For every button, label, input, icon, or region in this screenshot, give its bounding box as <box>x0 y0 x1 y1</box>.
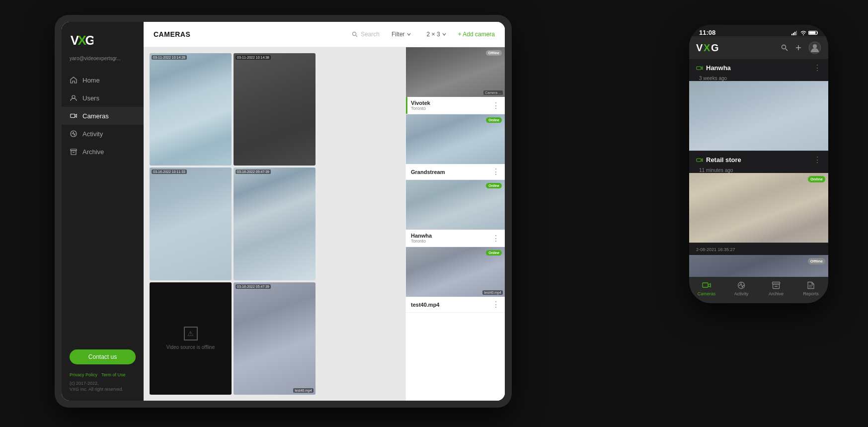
cam-list-name-vivotek: Vivotek <box>411 100 430 106</box>
activity-icon <box>70 130 78 138</box>
status-badge-hanwha: Online <box>486 183 502 188</box>
camera-timestamp-4: 03-16-2022 05:47:39 <box>236 170 271 174</box>
phone-cam-item-offline[interactable]: 2-08-2021 16:35:27 ⋮ Offline <box>689 243 828 277</box>
phone-avatar[interactable] <box>808 41 821 54</box>
phone-bottom-nav: Cameras Activity <box>689 277 828 303</box>
copyright-text: (c) 2017-2022, VXG Inc. All right reserv… <box>70 380 136 393</box>
sidebar-footer: Privacy Policy Term of Use (c) 2017-2022… <box>62 372 144 393</box>
sidebar-nav: Home Users <box>62 71 144 342</box>
terms-link[interactable]: Term of Use <box>101 372 126 377</box>
phone-cam-thumb-offline[interactable]: Offline <box>689 255 828 277</box>
svg-point-9 <box>352 32 356 36</box>
camera-list-item-hanwha[interactable]: Online Hanwha Toronto ⋮ <box>406 180 505 247</box>
phone-nav-archive[interactable]: Archive <box>759 281 793 296</box>
camera-timestamp-6: 03-16-2022 05:47:39 <box>236 284 271 289</box>
sidebar-item-users[interactable]: Users <box>62 89 144 107</box>
phone-cam-item-hanwha[interactable]: Hanwha ⋮ 3 weeks ago <box>689 59 828 151</box>
phone-status-bar: 11:08 <box>689 25 828 36</box>
svg-rect-17 <box>809 31 816 34</box>
offline-warning-icon: ⚠ <box>184 327 198 341</box>
phone-cam-icon-hanwha <box>696 65 703 72</box>
phone-nav-reports-label: Reports <box>803 291 819 296</box>
camera-cell-offline[interactable]: ⚠ Video source is offline <box>150 282 232 395</box>
search-bar[interactable]: Search <box>352 31 380 38</box>
chevron-down-icon <box>407 32 411 36</box>
svg-rect-27 <box>703 283 708 287</box>
page-title: CAMERAS <box>154 30 344 38</box>
svg-line-22 <box>786 49 788 51</box>
phone-cam-thumb-retail[interactable]: Online <box>689 173 828 243</box>
phone-content: Hanwha ⋮ 3 weeks ago Retail store <box>689 59 828 277</box>
grid-selector-button[interactable]: 2 × 3 <box>423 29 450 40</box>
phone-cam-item-retail[interactable]: Retail store ⋮ 11 minutes ago Online <box>689 151 828 243</box>
camera-list-item-test40[interactable]: Online test40.mp4 test40.mp4 ⋮ <box>406 247 505 313</box>
camera-timestamp-1: 03-11-2022 10:14:28 <box>152 55 187 60</box>
contact-us-button[interactable]: Contact us <box>70 349 136 364</box>
sidebar-item-archive-label: Archive <box>82 148 104 156</box>
phone-more-retail[interactable]: ⋮ <box>813 155 821 165</box>
camera-cell-1[interactable]: 03-11-2022 10:14:28 <box>150 53 232 166</box>
camera-label-6: test40.mp4 <box>293 388 314 393</box>
phone-cam-time-retail: 11 minutes ago <box>689 168 828 173</box>
phone-nav-activity[interactable]: Activity <box>724 281 759 296</box>
svg-text:G: G <box>711 42 719 53</box>
camera-cell-4[interactable]: 03-16-2022 05:47:39 <box>234 168 316 280</box>
phone-nav-cameras-icon <box>702 281 711 290</box>
phone-cam-name-retail: Retail store <box>706 156 741 164</box>
phone-status-icons <box>791 30 818 35</box>
sidebar-item-activity-label: Activity <box>82 130 103 138</box>
more-options-hanwha[interactable]: ⋮ <box>492 234 500 243</box>
sidebar-item-activity[interactable]: Activity <box>62 125 144 143</box>
camera-list: Offline Camera ... Vivotek Toronto ⋮ <box>405 47 505 401</box>
sidebar-item-cameras-label: Cameras <box>82 112 109 120</box>
phone-cam-header-hanwha: Hanwha ⋮ <box>689 59 828 76</box>
home-icon <box>70 76 78 84</box>
camera-grid: 03-11-2022 10:14:28 03-11-2022 10:14:38 … <box>144 47 405 401</box>
phone-vxg-logo-icon: V X G <box>696 42 722 54</box>
cameras-icon <box>70 112 78 120</box>
sidebar-item-cameras[interactable]: Cameras <box>62 107 144 125</box>
camera-cell-6[interactable]: 03-16-2022 05:47:39 test40.mp4 <box>234 282 316 395</box>
privacy-policy-link[interactable]: Privacy Policy <box>70 372 97 377</box>
filter-button[interactable]: Filter <box>388 29 415 40</box>
sidebar-item-home-label: Home <box>82 77 100 84</box>
main-content: CAMERAS Search Filter <box>144 22 505 401</box>
phone-add-icon[interactable] <box>794 44 802 52</box>
users-icon <box>70 94 78 102</box>
phone-nav-archive-icon <box>772 281 781 290</box>
phone-nav-cameras[interactable]: Cameras <box>689 281 724 296</box>
archive-icon <box>70 148 78 156</box>
cam-list-name-grandstream: Grandstream <box>411 169 445 175</box>
svg-rect-13 <box>794 32 795 35</box>
phone-nav-archive-label: Archive <box>769 291 784 296</box>
cam-list-name-hanwha: Hanwha <box>411 233 432 239</box>
svg-point-21 <box>782 45 786 49</box>
battery-icon <box>808 30 818 35</box>
phone-cam-thumb-hanwha[interactable] <box>689 81 828 151</box>
cam-label-test40: test40.mp4 <box>482 290 503 295</box>
phone-header-icons <box>781 41 821 54</box>
camera-list-item-grandstream[interactable]: Online Grandstream ⋮ <box>406 114 505 180</box>
cam-list-name-test40: test40.mp4 <box>411 302 439 308</box>
more-options-vivotek[interactable]: ⋮ <box>492 101 500 110</box>
phone-nav-reports[interactable]: Reports <box>793 281 828 296</box>
sidebar-item-home[interactable]: Home <box>62 71 144 89</box>
cam-list-location-vivotek: Toronto <box>411 106 430 111</box>
sidebar-item-archive[interactable]: Archive <box>62 143 144 161</box>
phone-search-icon[interactable] <box>781 44 789 52</box>
camera-cell-2[interactable]: 03-11-2022 10:14:38 <box>234 53 316 166</box>
more-options-test40[interactable]: ⋮ <box>492 300 500 309</box>
phone-more-hanwha[interactable]: ⋮ <box>813 63 821 73</box>
svg-point-26 <box>813 44 817 48</box>
grid-label: 2 × 3 <box>427 31 440 38</box>
camera-cell-3[interactable]: 03-16-2022 10:11:33 <box>150 168 232 280</box>
svg-rect-11 <box>791 34 792 35</box>
search-icon <box>352 31 358 37</box>
camera-list-item-vivotek[interactable]: Offline Camera ... Vivotek Toronto ⋮ <box>406 47 505 114</box>
add-camera-button[interactable]: + Add camera <box>458 31 495 38</box>
cam-list-info-vivotek: Vivotek Toronto ⋮ <box>406 97 505 114</box>
sidebar-item-users-label: Users <box>82 94 99 102</box>
scene: V X G yaro@videoexpertsgr... Ho <box>0 0 868 427</box>
more-options-grandstream[interactable]: ⋮ <box>492 167 500 176</box>
phone-cam-name-row-hanwha: Hanwha <box>696 64 731 72</box>
